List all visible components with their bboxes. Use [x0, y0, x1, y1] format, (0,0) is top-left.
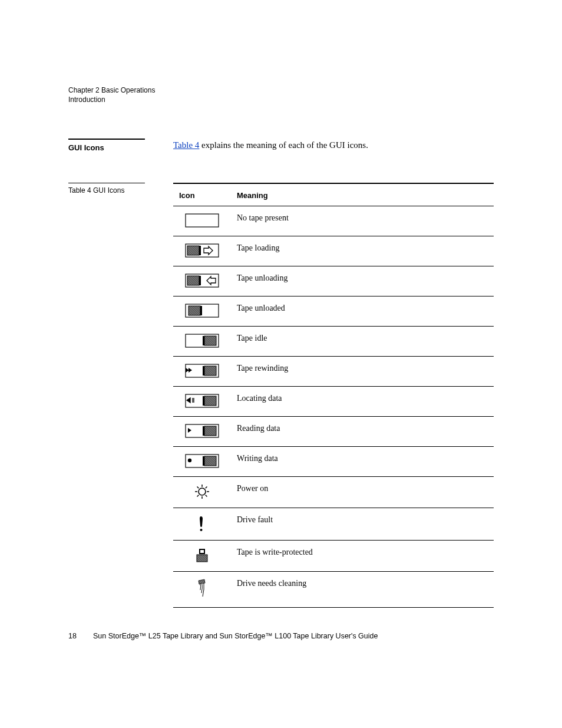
- svg-point-26: [188, 459, 191, 462]
- page-footer: 18Sun StorEdge™ L25 Tape Library and Sun…: [68, 632, 378, 640]
- icon-meaning: No tape present: [231, 206, 494, 236]
- svg-rect-16: [204, 366, 216, 375]
- table-row: Tape unloaded: [173, 297, 494, 327]
- svg-line-34: [206, 487, 207, 489]
- table-row: Writing data: [173, 447, 494, 477]
- svg-rect-13: [204, 336, 216, 345]
- table-row: Tape rewinding: [173, 357, 494, 387]
- locating-data-icon: [173, 387, 231, 417]
- svg-line-33: [197, 495, 199, 497]
- side-heading: GUI Icons: [68, 143, 145, 152]
- needs-cleaning-icon: [173, 572, 231, 608]
- table-row: Drive needs cleaning: [173, 572, 494, 608]
- table-row: Reading data: [173, 417, 494, 447]
- col-header-icon: Icon: [173, 183, 231, 206]
- icon-meaning: Tape rewinding: [231, 357, 494, 387]
- svg-rect-3: [187, 246, 199, 255]
- tape-rewinding-icon: [173, 357, 231, 387]
- running-header: Chapter 2 Basic Operations Introduction: [68, 85, 494, 104]
- intro-text: Table 4 explains the meaning of each of …: [173, 139, 494, 152]
- gui-icons-table: Icon Meaning No tape present Tape loadin…: [173, 183, 494, 608]
- icon-meaning: Power on: [231, 477, 494, 508]
- table-row: No tape present: [173, 206, 494, 236]
- icon-meaning: Writing data: [231, 447, 494, 477]
- tape-loading-icon: [173, 236, 231, 266]
- table-row: Tape loading: [173, 236, 494, 266]
- svg-rect-6: [187, 276, 199, 285]
- tape-unloading-icon: [173, 266, 231, 297]
- icon-meaning: Reading data: [231, 417, 494, 447]
- svg-rect-4: [199, 246, 201, 255]
- power-on-icon: [173, 477, 231, 508]
- no-tape-icon: [173, 206, 231, 236]
- table-row: Tape unloading: [173, 266, 494, 297]
- table-row: Locating data: [173, 387, 494, 417]
- drive-fault-icon: [173, 508, 231, 541]
- svg-point-27: [199, 488, 206, 495]
- svg-point-36: [200, 529, 203, 531]
- writing-data-icon: [173, 447, 231, 477]
- table-caption: Table 4 GUI Icons: [68, 186, 163, 195]
- tape-unloaded-icon: [173, 297, 231, 327]
- write-protected-icon: [173, 541, 231, 572]
- icon-meaning: Tape unloading: [231, 266, 494, 297]
- svg-rect-38: [200, 550, 204, 553]
- icon-meaning: Tape loading: [231, 236, 494, 266]
- table-xref-link[interactable]: Table 4: [173, 140, 199, 150]
- svg-line-32: [206, 495, 207, 497]
- icon-meaning: Drive needs cleaning: [231, 572, 494, 608]
- svg-rect-10: [200, 306, 202, 315]
- table-row: Drive fault: [173, 508, 494, 541]
- icon-meaning: Drive fault: [231, 508, 494, 541]
- svg-rect-1: [186, 214, 219, 227]
- svg-rect-7: [199, 276, 201, 285]
- table-row: Power on: [173, 477, 494, 508]
- svg-line-35: [197, 487, 199, 489]
- table-row: Tape is write-protected: [173, 541, 494, 572]
- col-header-meaning: Meaning: [231, 183, 494, 206]
- icon-meaning: Tape idle: [231, 327, 494, 357]
- icon-meaning: Locating data: [231, 387, 494, 417]
- svg-rect-39: [197, 555, 207, 562]
- svg-rect-25: [204, 456, 216, 466]
- svg-rect-19: [204, 396, 216, 406]
- reading-data-icon: [173, 417, 231, 447]
- svg-rect-22: [204, 426, 216, 436]
- tape-idle-icon: [173, 327, 231, 357]
- table-row: Tape idle: [173, 327, 494, 357]
- icon-meaning: Tape is write-protected: [231, 541, 494, 572]
- icon-meaning: Tape unloaded: [231, 297, 494, 327]
- svg-rect-9: [189, 306, 200, 315]
